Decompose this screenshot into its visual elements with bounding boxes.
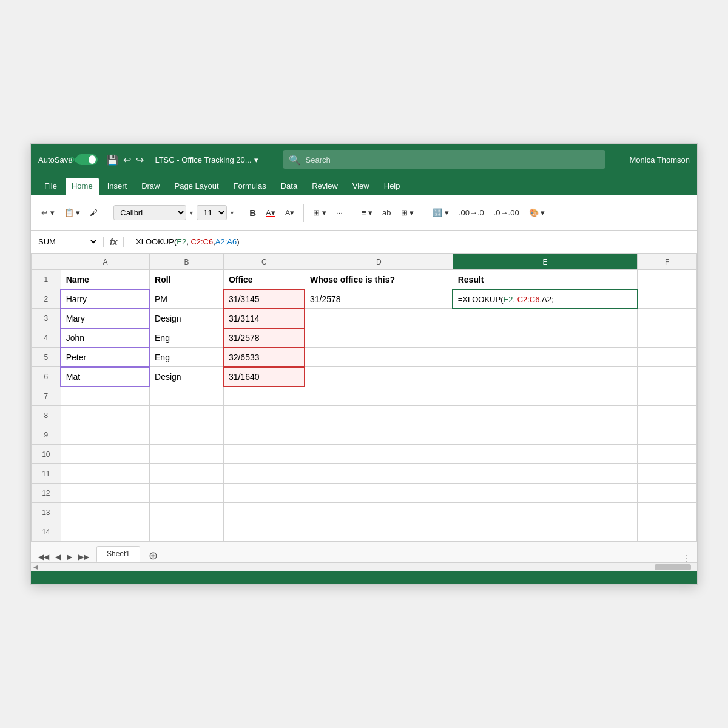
col-header-e[interactable]: E <box>453 254 638 270</box>
cell-a5[interactable]: Peter <box>61 348 149 367</box>
dropdown-icon[interactable]: ▾ <box>254 155 258 164</box>
cell-b5[interactable]: Eng <box>150 348 224 367</box>
cell-e3[interactable] <box>453 309 638 328</box>
cell-f3[interactable] <box>638 309 697 328</box>
merge-btn[interactable]: ⊞ ▾ <box>398 206 417 219</box>
cell-f6[interactable] <box>638 367 697 386</box>
cell-e1[interactable]: Result <box>453 270 638 289</box>
col-header-d[interactable]: D <box>305 254 453 270</box>
cell-b3[interactable]: Design <box>150 309 224 328</box>
name-box-select[interactable]: SUM <box>36 237 98 247</box>
next-sheet-btn[interactable]: ▶ <box>64 551 75 562</box>
cell-f5[interactable] <box>638 348 697 367</box>
cell-f1[interactable] <box>638 270 697 289</box>
col-header-c[interactable]: C <box>223 254 305 270</box>
more-btn[interactable]: ··· <box>333 206 346 219</box>
clipboard-btn[interactable]: 📋 ▾ <box>61 206 84 219</box>
size-selector[interactable]: 11 <box>197 205 227 220</box>
cell-e2[interactable]: =XLOOKUP(E2, C2:C6,A2; <box>453 289 638 309</box>
cell-d1[interactable]: Whose office is this? <box>305 270 453 289</box>
highlight-btn[interactable]: A▾ <box>282 206 298 219</box>
sheet-tab-sheet1[interactable]: Sheet1 <box>96 546 140 562</box>
bold-btn[interactable]: B <box>246 206 259 220</box>
autosave-switch[interactable]: On <box>76 154 98 165</box>
autosave-toggle[interactable]: AutoSave On <box>38 154 98 165</box>
menu-view[interactable]: View <box>346 178 376 195</box>
cell-b1[interactable]: Roll <box>150 270 224 289</box>
table-row: 13 <box>32 503 697 522</box>
menu-formulas[interactable]: Formulas <box>228 178 272 195</box>
row-header-6: 6 <box>32 367 61 386</box>
cell-a4[interactable]: John <box>61 328 149 348</box>
table-row: 10 <box>32 445 697 464</box>
cell-b4[interactable]: Eng <box>150 328 224 348</box>
col-header-a[interactable]: A <box>61 254 149 270</box>
col-header-f[interactable]: F <box>638 254 697 270</box>
corner-header <box>32 254 61 270</box>
name-box[interactable]: SUM <box>31 237 104 247</box>
wrap-btn[interactable]: ab <box>379 206 394 219</box>
horizontal-scrollbar[interactable]: ◀ <box>31 562 697 571</box>
cell-a1[interactable]: Name <box>61 270 149 289</box>
last-sheet-btn[interactable]: ▶▶ <box>76 551 92 562</box>
cell-b2[interactable]: PM <box>150 289 224 309</box>
menu-help[interactable]: Help <box>378 178 406 195</box>
cell-b6[interactable]: Design <box>150 367 224 386</box>
undo-ribbon-btn[interactable]: ↩ ▾ <box>38 206 58 219</box>
scroll-handle[interactable] <box>655 564 691 570</box>
decimal-dec-btn[interactable]: .0→.00 <box>491 206 522 219</box>
search-bar[interactable]: 🔍 <box>283 150 605 169</box>
scroll-dots: ⋮ <box>682 554 690 562</box>
title-bar: AutoSave On 💾 ↩ ↪ LTSC - Office Tracking… <box>31 144 697 175</box>
borders-btn[interactable]: ⊞ ▾ <box>310 206 329 219</box>
cell-a7[interactable] <box>61 386 149 406</box>
cell-a2[interactable]: Harry <box>61 289 149 309</box>
cell-f2[interactable] <box>638 289 697 309</box>
table-row: 14 <box>32 522 697 542</box>
cell-c4[interactable]: 31/2578 <box>223 328 305 348</box>
menu-insert[interactable]: Insert <box>101 178 133 195</box>
table-row: 2 Harry PM 31/3145 31/2578 =XLOOKUP(E2, … <box>32 289 697 309</box>
cell-a3[interactable]: Mary <box>61 309 149 328</box>
number-format-btn[interactable]: 🔢 ▾ <box>430 206 452 219</box>
table-row: 8 <box>32 406 697 425</box>
conditional-fmt-btn[interactable]: 🎨 ▾ <box>526 206 548 219</box>
menu-file[interactable]: File <box>38 178 63 195</box>
cell-e6[interactable] <box>453 367 638 386</box>
menu-draw[interactable]: Draw <box>135 178 166 195</box>
cell-c6[interactable]: 31/1640 <box>223 367 305 386</box>
cell-d4[interactable] <box>305 328 453 348</box>
cell-c2[interactable]: 31/3145 <box>223 289 305 309</box>
cell-d2[interactable]: 31/2578 <box>305 289 453 309</box>
prev-sheet-btn[interactable]: ◀ <box>53 551 63 562</box>
cell-a6[interactable]: Mat <box>61 367 149 386</box>
cell-c1[interactable]: Office <box>223 270 305 289</box>
cell-e4[interactable] <box>453 328 638 348</box>
undo-icon[interactable]: ↩ <box>123 154 131 166</box>
menu-home[interactable]: Home <box>66 178 99 195</box>
formula-bar: SUM fx =XLOOKUP(E2, C2:C6,A2;A6) <box>31 231 697 254</box>
cell-d3[interactable] <box>305 309 453 328</box>
menu-page-layout[interactable]: Page Layout <box>169 178 225 195</box>
menu-review[interactable]: Review <box>306 178 344 195</box>
add-sheet-btn[interactable]: ⊕ <box>145 549 161 562</box>
decimal-inc-btn[interactable]: .00→.0 <box>456 206 487 219</box>
cell-c3[interactable]: 31/3114 <box>223 309 305 328</box>
menu-data[interactable]: Data <box>275 178 303 195</box>
cell-c5[interactable]: 32/6533 <box>223 348 305 367</box>
redo-icon[interactable]: ↪ <box>136 154 144 166</box>
format-painter-btn[interactable]: 🖌 <box>87 206 101 219</box>
search-input[interactable] <box>306 155 599 164</box>
table-row: 12 <box>32 484 697 503</box>
cell-d5[interactable] <box>305 348 453 367</box>
cell-d6[interactable] <box>305 367 453 386</box>
scroll-left-btn[interactable]: ◀ <box>31 564 41 570</box>
align-btn[interactable]: ≡ ▾ <box>359 206 376 219</box>
col-header-b[interactable]: B <box>150 254 224 270</box>
cell-e5[interactable] <box>453 348 638 367</box>
cell-f4[interactable] <box>638 328 697 348</box>
save-icon[interactable]: 💾 <box>106 154 118 166</box>
font-selector[interactable]: Calibri <box>113 205 186 220</box>
first-sheet-btn[interactable]: ◀◀ <box>36 551 52 562</box>
font-color-btn[interactable]: A▾ <box>263 206 278 219</box>
